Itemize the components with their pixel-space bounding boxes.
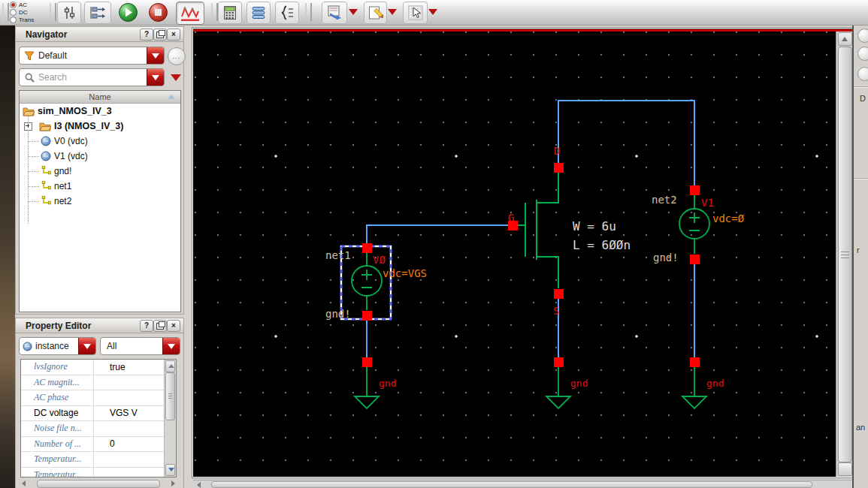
plot-results-button[interactable] — [176, 2, 204, 25]
property-editor-panel: Property Editor ? × instance All lvsIgno… — [15, 318, 184, 488]
plot-outputs-dropdown-arrow[interactable] — [349, 9, 358, 15]
radio-dc[interactable]: DC — [10, 8, 34, 16]
hscrollbar-thumb[interactable] — [211, 481, 812, 488]
search-input[interactable]: Search — [19, 68, 165, 86]
brace-icon — [280, 5, 295, 20]
tree-item-v1[interactable]: V1 (vdc) — [20, 149, 180, 164]
arrow-left-icon[interactable] — [22, 480, 26, 486]
property-value[interactable]: true — [94, 360, 165, 375]
property-filter-arrow[interactable] — [162, 338, 180, 354]
stop-simulation-button[interactable] — [146, 2, 170, 23]
scrollbar-thumb[interactable] — [165, 372, 175, 420]
property-table-hscrollbar[interactable] — [20, 480, 177, 486]
toolbar: AC DC Trans — [0, 0, 868, 26]
property-value[interactable] — [94, 375, 165, 390]
arrow-left-icon[interactable] — [197, 482, 201, 488]
property-table: lvsIgnoretrue AC magnit... AC phase DC v… — [20, 359, 177, 477]
clipped-text-fragment: r — [857, 246, 860, 255]
tree-header[interactable]: Name — [20, 91, 180, 104]
canvas-hscrollbar[interactable] — [193, 480, 853, 488]
expressions-button[interactable] — [275, 2, 299, 24]
gnd-symbols[interactable] — [355, 367, 706, 408]
pin-v0-minus[interactable] — [362, 311, 372, 321]
tree-item-label: net1 — [54, 181, 71, 191]
variables-sliders-button[interactable] — [57, 2, 81, 24]
float-button[interactable] — [153, 320, 167, 332]
tree-item-gnd[interactable]: gnd! — [20, 164, 180, 179]
expand-icon[interactable] — [24, 122, 32, 131]
scroll-up-button[interactable] — [838, 32, 852, 46]
radio-ac[interactable]: AC — [10, 1, 34, 8]
property-value[interactable] — [94, 468, 165, 478]
scroll-down-button[interactable] — [165, 464, 175, 476]
pin-v0-plus[interactable] — [362, 243, 372, 253]
object-type-arrow[interactable] — [78, 338, 95, 354]
pins[interactable] — [362, 163, 700, 367]
select-mode-button[interactable] — [403, 2, 428, 24]
help-button[interactable]: ? — [140, 29, 153, 41]
property-value[interactable] — [94, 452, 165, 467]
dock-button[interactable] — [857, 67, 868, 81]
property-value[interactable]: VGS V — [94, 406, 165, 421]
calculator-button[interactable] — [218, 2, 242, 24]
radio-trans-dot[interactable] — [10, 17, 17, 23]
navigator-title: Navigator — [26, 29, 67, 40]
toolbar-grip[interactable] — [305, 3, 312, 21]
toolbar-grip[interactable] — [2, 3, 9, 21]
wire-drain-to-v1[interactable] — [558, 101, 694, 185]
radio-trans[interactable]: Trans — [10, 16, 34, 23]
dock-button[interactable] — [857, 29, 868, 43]
more-options-button[interactable]: ... — [168, 47, 186, 65]
canvas-vscrollbar[interactable] — [836, 32, 852, 477]
tree-item-net1[interactable]: net1 — [20, 179, 180, 194]
property-filter-combo[interactable]: All — [100, 337, 180, 355]
run-simulation-button[interactable] — [116, 2, 140, 23]
wires[interactable] — [367, 101, 694, 362]
search-history-arrow[interactable] — [171, 74, 181, 81]
dock-button[interactable] — [857, 47, 868, 61]
filter-dropdown-arrow[interactable] — [147, 47, 164, 64]
wire-net1-to-gate[interactable] — [367, 225, 513, 245]
property-editor-titlebar: Property Editor ? × — [16, 318, 183, 333]
property-name: AC phase — [21, 390, 94, 405]
pin-v1-minus[interactable] — [690, 255, 700, 264]
object-type-combo[interactable]: instance — [19, 337, 96, 355]
plot-outputs-button[interactable] — [322, 2, 347, 24]
float-button[interactable] — [153, 29, 167, 41]
scroll-up-button[interactable] — [165, 360, 175, 372]
radio-ac-dot[interactable] — [10, 2, 17, 8]
schematic-canvas[interactable]: net1 VØ vdc=VGS gnd! G D S W = 6u L = 6Ø… — [193, 32, 836, 477]
vscrollbar-thumb[interactable] — [838, 47, 852, 462]
toolbar-grip[interactable] — [50, 3, 56, 21]
pin-v1-plus[interactable] — [690, 185, 700, 195]
tree-item-i3[interactable]: I3 (NMOS_IV_3) — [20, 119, 180, 134]
toolbar-grip[interactable] — [211, 3, 218, 21]
close-button[interactable]: × — [167, 29, 180, 41]
pin-drain[interactable] — [554, 163, 564, 173]
tree-item-net2[interactable]: net2 — [20, 194, 180, 209]
property-value[interactable] — [94, 421, 165, 436]
select-dropdown-arrow[interactable] — [428, 9, 437, 15]
nmos-transistor[interactable] — [518, 173, 558, 288]
close-button[interactable]: × — [167, 320, 180, 332]
pin-gnd-1[interactable] — [362, 357, 372, 367]
tree-item-sim-nmos-iv-3[interactable]: sim_NMOS_IV_3 — [20, 104, 180, 119]
pin-gnd-3[interactable] — [690, 357, 700, 367]
hscrollbar-thumb[interactable] — [37, 480, 160, 488]
property-table-scrollbar[interactable] — [164, 360, 176, 477]
scroll-down-button[interactable] — [838, 462, 852, 476]
pin-gnd-2[interactable] — [554, 357, 564, 367]
help-button[interactable]: ? — [140, 320, 153, 332]
arrow-right-icon[interactable] — [171, 480, 175, 486]
edit-button[interactable] — [364, 2, 387, 24]
results-browser-button[interactable] — [246, 2, 271, 24]
netlist-button[interactable] — [84, 2, 111, 24]
property-value[interactable]: 0 — [94, 437, 165, 452]
filter-dropdown[interactable]: Default — [19, 47, 165, 65]
radio-dc-dot[interactable] — [10, 9, 17, 16]
tree-item-v0[interactable]: V0 (vdc) — [20, 134, 180, 149]
edit-dropdown-arrow[interactable] — [388, 9, 397, 15]
property-value[interactable] — [94, 390, 165, 405]
search-dropdown-arrow[interactable] — [147, 69, 164, 86]
pin-source[interactable] — [554, 289, 564, 299]
